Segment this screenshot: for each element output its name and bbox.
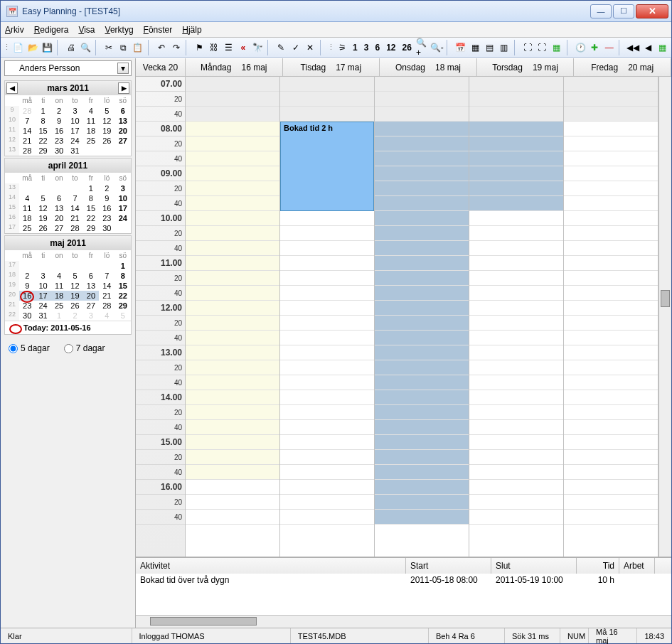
- binoculars-icon[interactable]: 🔭: [251, 41, 265, 55]
- cal-day[interactable]: 6: [115, 106, 131, 116]
- cal-day[interactable]: 15: [35, 126, 50, 136]
- menu-fönster[interactable]: Fönster: [144, 25, 173, 35]
- cal-day[interactable]: 29: [83, 223, 99, 233]
- list-icon[interactable]: ☰: [222, 41, 235, 55]
- cal-day[interactable]: 22: [35, 136, 50, 146]
- minimize-button[interactable]: —: [590, 4, 612, 18]
- cal-day[interactable]: 4: [99, 311, 114, 321]
- cal-day[interactable]: 20: [83, 291, 99, 301]
- copy-icon[interactable]: ⧉: [117, 41, 130, 55]
- cal-day[interactable]: 22: [115, 291, 131, 301]
- cal-day[interactable]: [67, 261, 82, 271]
- cal-day[interactable]: 4: [19, 193, 35, 203]
- user-dropdown[interactable]: Anders Persson ▾: [4, 60, 132, 76]
- day-header-2[interactable]: Onsdag18 maj: [380, 58, 477, 76]
- cal-day[interactable]: [115, 223, 131, 233]
- cancel-icon[interactable]: ✕: [304, 41, 317, 55]
- open-icon[interactable]: 📂: [26, 41, 39, 55]
- day-header-0[interactable]: Måndag16 maj: [186, 58, 283, 76]
- cal-day[interactable]: 11: [51, 281, 67, 291]
- next-icon[interactable]: ▦: [656, 41, 669, 55]
- day-header-3[interactable]: Torsdag19 maj: [477, 58, 575, 76]
- cut-icon[interactable]: ✂: [102, 41, 116, 55]
- close-button[interactable]: ✕: [636, 4, 668, 18]
- cal-day[interactable]: 13: [115, 116, 131, 126]
- cal-day[interactable]: 21: [19, 136, 35, 146]
- cal-day[interactable]: 7: [99, 271, 114, 281]
- cal-day[interactable]: [83, 261, 99, 271]
- remove-icon[interactable]: —: [602, 41, 616, 55]
- cal-day[interactable]: 18: [51, 291, 67, 301]
- menu-visa[interactable]: Visa: [78, 25, 95, 35]
- cal-day[interactable]: 11: [19, 203, 35, 213]
- cal-day[interactable]: 11: [83, 116, 99, 126]
- minicalendar-0[interactable]: ◀mars 2011▶måtiontofrlösö928123456107891…: [4, 80, 132, 156]
- cal-day[interactable]: 10: [115, 193, 131, 203]
- cal-day[interactable]: 4: [51, 271, 67, 281]
- preview-icon[interactable]: 🔍: [78, 41, 92, 55]
- save-icon[interactable]: 💾: [41, 41, 54, 55]
- cal-day[interactable]: 5: [99, 106, 114, 116]
- paste-icon[interactable]: 📋: [131, 41, 144, 55]
- cal-day[interactable]: 8: [115, 271, 131, 281]
- day-column-3[interactable]: [469, 77, 564, 557]
- day-column-0[interactable]: [186, 77, 280, 557]
- col-arbet[interactable]: Arbet: [619, 558, 655, 574]
- cal-day[interactable]: 3: [115, 183, 131, 193]
- cal-day[interactable]: 1: [115, 261, 131, 271]
- scrollbar-thumb[interactable]: [661, 290, 670, 307]
- cal-day[interactable]: [67, 183, 82, 193]
- grid2-icon[interactable]: ▤: [483, 41, 496, 55]
- cal-day[interactable]: [99, 146, 114, 156]
- clock-icon[interactable]: 🕐: [573, 41, 587, 55]
- cal-day[interactable]: 3: [67, 106, 82, 116]
- day-grid[interactable]: Bokad tid 2 h: [186, 77, 658, 557]
- today-link[interactable]: Today: 2011-05-16: [5, 321, 131, 334]
- prev-month-icon[interactable]: ◀: [6, 82, 18, 94]
- menu-hjälp[interactable]: Hjälp: [182, 25, 201, 35]
- cal-day[interactable]: 16: [51, 126, 67, 136]
- cal-day[interactable]: 30: [99, 223, 114, 233]
- cal-day[interactable]: [19, 261, 35, 271]
- cal-day[interactable]: 27: [83, 301, 99, 311]
- minicalendar-1[interactable]: april 2011måtiontofrlösö1312314456789101…: [4, 158, 132, 234]
- cal-day[interactable]: 29: [115, 301, 131, 311]
- cal-day[interactable]: 6: [83, 271, 99, 281]
- cal-day[interactable]: 6: [51, 193, 67, 203]
- appointment[interactable]: Bokad tid 2 h: [280, 122, 374, 211]
- cal-day[interactable]: 3: [35, 271, 50, 281]
- cal-day[interactable]: 17: [35, 291, 50, 301]
- cal-day[interactable]: 10: [67, 116, 82, 126]
- flag-icon[interactable]: ⚑: [193, 41, 206, 55]
- add-icon[interactable]: ✚: [588, 41, 602, 55]
- next-month-icon[interactable]: ▶: [118, 82, 129, 94]
- new-icon[interactable]: 📄: [11, 41, 25, 55]
- cal-day[interactable]: 2: [99, 183, 114, 193]
- print-icon[interactable]: 🖨: [64, 41, 78, 55]
- horizontal-scrollbar[interactable]: [136, 615, 671, 628]
- cal-day[interactable]: 2: [19, 271, 35, 281]
- cal-day[interactable]: 19: [67, 291, 82, 301]
- cal-day[interactable]: 19: [35, 213, 50, 223]
- cal-day[interactable]: 29: [35, 146, 50, 156]
- cal-day[interactable]: 16: [99, 203, 114, 213]
- day-column-4[interactable]: [564, 77, 658, 557]
- cal-day[interactable]: [35, 183, 50, 193]
- cal-day[interactable]: [83, 146, 99, 156]
- cal-day[interactable]: 24: [67, 136, 82, 146]
- cal-day[interactable]: [51, 183, 67, 193]
- cal-day[interactable]: 12: [67, 281, 82, 291]
- cal-day[interactable]: [51, 261, 67, 271]
- radio-5days[interactable]: 5 dagar: [9, 343, 50, 353]
- cal-day[interactable]: 24: [35, 301, 50, 311]
- unlink-icon[interactable]: ⛶: [535, 41, 549, 55]
- cal-day[interactable]: 13: [51, 203, 67, 213]
- cal-day[interactable]: 20: [115, 126, 131, 136]
- hscroll-thumb[interactable]: [150, 617, 257, 626]
- cal-day[interactable]: [115, 146, 131, 156]
- prev-icon[interactable]: ◀: [641, 41, 654, 55]
- cal-day[interactable]: 26: [35, 223, 50, 233]
- cal-day[interactable]: 7: [67, 193, 82, 203]
- zoom-in-icon[interactable]: 🔍+: [415, 41, 429, 55]
- calendar-icon[interactable]: 📅: [454, 41, 467, 55]
